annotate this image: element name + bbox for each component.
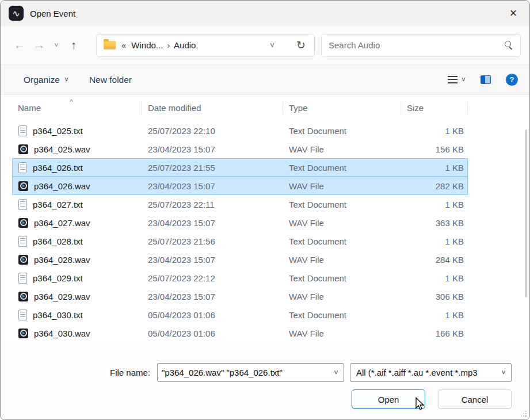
file-row[interactable]: p364_030.txt 05/04/2023 01:06 Text Docum… (12, 306, 468, 324)
help-button[interactable]: ? (506, 74, 518, 86)
breadcrumb-separator-icon: › (166, 41, 171, 50)
file-type-icon (18, 144, 28, 154)
file-date: 23/04/2023 15:07 (142, 255, 283, 265)
file-row[interactable]: p364_028.txt 25/07/2023 21:56 Text Docum… (12, 232, 468, 250)
up-button[interactable]: ↑ (64, 36, 83, 55)
breadcrumb-item-audio[interactable]: Audio (171, 39, 199, 52)
file-type: Text Document (283, 126, 401, 136)
file-size: 166 KB (401, 329, 468, 338)
column-header-date-modified[interactable]: Date modified (142, 102, 283, 114)
scrollbar-track[interactable] (525, 100, 527, 338)
forward-button[interactable]: → (29, 36, 49, 55)
file-type: Text Document (283, 236, 401, 246)
file-date: 25/07/2023 22:12 (142, 273, 283, 283)
breadcrumb-overflow[interactable]: « (121, 40, 128, 50)
cancel-button[interactable]: Cancel (438, 390, 512, 409)
search-box (321, 34, 521, 57)
file-date: 23/04/2023 15:07 (142, 218, 283, 228)
file-date: 05/04/2023 01:06 (142, 329, 283, 338)
open-event-dialog: ∿ Open Event × ← → ˅ ↑ « Windo... › Audi… (0, 0, 530, 420)
file-row[interactable]: p364_026.wav 23/04/2023 15:07 WAV File 2… (12, 177, 468, 195)
file-size: 1 KB (401, 236, 468, 246)
preview-pane-button[interactable] (481, 75, 491, 84)
file-type: WAV File (283, 144, 401, 154)
file-name-input[interactable] (158, 368, 329, 377)
column-header-size-label: Size (407, 103, 424, 113)
file-type: Text Document (283, 163, 401, 173)
column-header-name[interactable]: ^ Name (12, 102, 142, 114)
column-headers: ^ Name Date modified Type Size (1, 95, 529, 121)
file-size: 1 KB (401, 163, 468, 173)
file-type-icon (18, 273, 27, 284)
new-folder-button[interactable]: New folder (89, 75, 132, 85)
file-type: Text Document (283, 273, 401, 283)
file-row[interactable]: p364_028.wav 23/04/2023 15:07 WAV File 2… (12, 250, 468, 269)
app-waveform-icon: ∿ (9, 6, 24, 21)
file-name-row: File name: ˅ All (*.aif *.aiff *.au *.ev… (1, 363, 512, 382)
file-name: p364_028.wav (34, 255, 90, 265)
command-bar-right: ˅ ? (448, 74, 518, 86)
file-type-value: All (*.aif *.aiff *.au *.event *.mp3 (356, 368, 496, 377)
file-size: 156 KB (401, 144, 468, 154)
chevron-down-icon: ˅ (334, 368, 338, 377)
file-name-combo: ˅ (157, 363, 344, 382)
window-title: Open Event (30, 9, 75, 18)
file-date: 25/07/2023 21:56 (142, 236, 283, 246)
nav-buttons: ← → ˅ ↑ (10, 36, 83, 55)
scrollbar-thumb[interactable] (525, 129, 527, 297)
file-name-dropdown-button[interactable]: ˅ (329, 368, 344, 377)
file-type-icon (18, 292, 28, 301)
file-type-icon (18, 236, 27, 247)
file-type-icon (18, 255, 28, 265)
file-type-icon (18, 310, 27, 320)
back-button[interactable]: ← (10, 36, 29, 55)
file-row[interactable]: p364_029.wav 23/04/2023 15:07 WAV File 3… (12, 287, 468, 306)
new-folder-label: New folder (89, 75, 132, 85)
file-row[interactable]: p364_025.wav 23/04/2023 15:07 WAV File 1… (12, 140, 468, 158)
file-size: 1 KB (401, 310, 468, 320)
file-type-icon (18, 181, 28, 191)
column-header-type-label: Type (289, 103, 308, 113)
file-date: 23/04/2023 15:07 (142, 181, 283, 191)
file-type: WAV File (283, 218, 401, 228)
file-row[interactable]: p364_029.txt 25/07/2023 22:12 Text Docum… (12, 269, 468, 287)
recent-locations-button[interactable]: ˅ (49, 36, 64, 55)
file-type: WAV File (283, 329, 401, 338)
file-size: 284 KB (401, 255, 468, 265)
refresh-icon: ↻ (296, 39, 306, 51)
file-row[interactable]: p364_026.txt 25/07/2023 21:55 Text Docum… (12, 158, 468, 177)
search-input[interactable] (329, 40, 505, 50)
waveform-glyph: ∿ (12, 8, 20, 19)
chevron-down-icon: ˅ (54, 41, 59, 49)
file-type-icon (18, 125, 27, 136)
file-name: p364_027.wav (34, 218, 90, 228)
organize-button[interactable]: Organize ˅ (24, 75, 68, 85)
file-row[interactable]: p364_025.txt 25/07/2023 22:10 Text Docum… (12, 121, 468, 140)
address-dropdown-button[interactable]: ˅ (264, 37, 281, 54)
folder-icon (104, 41, 116, 49)
change-view-button[interactable]: ˅ (448, 76, 466, 84)
file-size: 363 KB (401, 218, 468, 228)
file-name: p364_030.txt (33, 310, 83, 320)
file-type-icon (18, 329, 28, 338)
file-size: 282 KB (401, 181, 468, 191)
file-date: 25/07/2023 21:55 (142, 163, 283, 173)
file-type-select[interactable]: All (*.aif *.aiff *.au *.event *.mp3 ˅ (350, 363, 512, 382)
resize-grip[interactable] (520, 410, 527, 417)
file-row[interactable]: p364_030.wav 05/04/2023 01:06 WAV File 1… (12, 324, 468, 342)
open-button[interactable]: Open (352, 390, 425, 409)
file-name: p364_026.txt (33, 163, 83, 173)
file-row[interactable]: p364_027.wav 23/04/2023 15:07 WAV File 3… (12, 213, 468, 232)
file-name: p364_030.wav (34, 329, 90, 338)
column-header-type[interactable]: Type (283, 102, 401, 114)
close-button[interactable]: × (501, 2, 526, 24)
file-size: 1 KB (401, 200, 468, 209)
column-header-size[interactable]: Size (401, 102, 468, 114)
forward-arrow-icon: → (33, 39, 45, 52)
refresh-button[interactable]: ↻ (291, 36, 311, 55)
up-arrow-icon: ↑ (71, 39, 77, 52)
file-row[interactable]: p364_027.txt 25/07/2023 22:11 Text Docum… (12, 195, 468, 213)
dialog-footer: File name: ˅ All (*.aif *.aiff *.au *.ev… (1, 342, 529, 419)
address-bar[interactable]: « Windo... › Audio ˅ ↻ (96, 34, 315, 57)
breadcrumb-item-windows[interactable]: Windo... (128, 39, 166, 52)
